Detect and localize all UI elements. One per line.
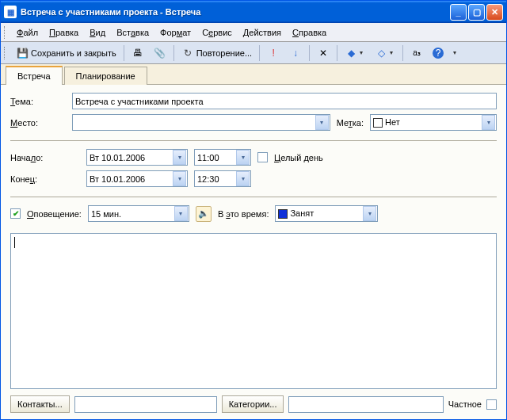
location-label: Место:: [10, 118, 66, 128]
ab-icon: a₃: [410, 47, 423, 59]
private-checkbox[interactable]: [486, 399, 497, 410]
end-time-value: 12:30: [195, 174, 236, 184]
chevron-down-icon[interactable]: ▾: [174, 206, 188, 221]
menu-actions[interactable]: Действия: [238, 25, 286, 40]
chevron-down-nav-icon: ◇: [375, 47, 387, 59]
meeting-window: ▦ Встреча с участниками проекта - Встреч…: [0, 0, 507, 420]
menu-handle[interactable]: [4, 26, 7, 39]
prev-item-button[interactable]: ◆▾: [341, 44, 369, 62]
busy-label: В это время:: [218, 209, 269, 219]
busy-combo[interactable]: Занят ▾: [275, 205, 378, 222]
private-label: Частное: [448, 399, 482, 409]
chevron-down-icon[interactable]: ▾: [482, 115, 495, 130]
marker-value: Нет: [371, 117, 482, 128]
marker-label: Метка:: [337, 118, 364, 128]
chevron-down-icon[interactable]: ▾: [173, 150, 186, 165]
reminder-value: 15 мин.: [89, 209, 174, 219]
subject-label: Тема:: [10, 97, 66, 106]
end-date-value: Вт 10.01.2006: [87, 174, 173, 184]
menubar: Файл Правка Вид Вставка Формат Сервис Де…: [1, 23, 506, 42]
chevron-up-icon: ◆: [345, 47, 357, 59]
end-date-combo[interactable]: Вт 10.01.2006 ▾: [86, 170, 188, 187]
save-close-label: Сохранить и закрыть: [31, 48, 116, 58]
attach-button[interactable]: 📎: [150, 44, 170, 62]
tab-meeting[interactable]: Встреча: [6, 66, 63, 85]
next-item-button[interactable]: ◇▾: [371, 44, 399, 62]
menu-file[interactable]: Файл: [12, 25, 43, 40]
tabstrip: Встреча Планирование: [1, 64, 506, 85]
busy-value: Занят: [276, 208, 363, 219]
chevron-down-icon[interactable]: ▾: [236, 171, 250, 186]
importance-high-button[interactable]: !: [263, 44, 284, 62]
end-time-combo[interactable]: 12:30 ▾: [194, 170, 251, 187]
end-label: Конец:: [10, 174, 80, 184]
contacts-input[interactable]: [74, 396, 217, 413]
exclaim-icon: !: [267, 47, 280, 59]
marker-combo[interactable]: Нет ▾: [370, 114, 497, 131]
allday-label: Целый день: [274, 153, 323, 162]
menu-service[interactable]: Сервис: [197, 25, 237, 40]
menu-view[interactable]: Вид: [85, 25, 110, 40]
recurrence-button[interactable]: ↻ Повторение...: [177, 44, 256, 62]
window-title: Встреча с участниками проекта - Встреча: [21, 7, 450, 17]
tab-planning[interactable]: Планирование: [64, 67, 147, 85]
speaker-icon: 🔈: [198, 208, 209, 219]
recurrence-icon: ↻: [181, 47, 194, 59]
start-time-value: 11:00: [195, 153, 236, 162]
recurrence-label: Повторение...: [196, 48, 252, 58]
print-icon: 🖶: [132, 47, 144, 59]
delete-icon: ✕: [317, 47, 330, 59]
save-close-button[interactable]: 💾 Сохранить и закрыть: [12, 44, 120, 62]
app-icon: ▦: [4, 6, 17, 18]
reminder-combo[interactable]: 15 мин. ▾: [88, 205, 189, 222]
arrow-down-icon: ↓: [289, 47, 302, 59]
menu-format[interactable]: Формат: [155, 25, 196, 40]
categories-button[interactable]: Категории...: [222, 395, 284, 413]
toolbar: 💾 Сохранить и закрыть 🖶 📎 ↻ Повторение..…: [1, 42, 506, 64]
save-icon: 💾: [16, 47, 29, 59]
reminder-label: Оповещение:: [27, 209, 82, 219]
titlebar: ▦ Встреча с участниками проекта - Встреч…: [1, 1, 506, 23]
chevron-down-icon[interactable]: ▾: [363, 206, 376, 221]
menu-help[interactable]: Справка: [288, 25, 331, 40]
chevron-down-icon: ▾: [360, 49, 365, 56]
allday-checkbox[interactable]: [257, 152, 268, 162]
sound-button[interactable]: 🔈: [196, 206, 212, 222]
reminder-checkbox[interactable]: ✔: [10, 208, 21, 219]
delete-button[interactable]: ✕: [313, 44, 334, 62]
paperclip-icon: 📎: [154, 47, 166, 59]
menu-edit[interactable]: Правка: [44, 25, 83, 40]
body-textarea[interactable]: [10, 233, 497, 389]
form-panel: Тема: Место: ▾ Метка: Нет ▾ Начало: Вт 1…: [1, 85, 506, 419]
chevron-down-icon[interactable]: ▾: [315, 115, 329, 130]
start-time-combo[interactable]: 11:00 ▾: [194, 149, 251, 166]
menu-insert[interactable]: Вставка: [112, 25, 154, 40]
busy-swatch: [278, 209, 288, 219]
toolbar-overflow[interactable]: ▾: [449, 44, 463, 62]
help-button[interactable]: ?: [429, 44, 448, 62]
help-icon: ?: [433, 48, 444, 59]
importance-low-button[interactable]: ↓: [285, 44, 306, 62]
toolbar-handle[interactable]: [4, 47, 7, 59]
maximize-button[interactable]: ▢: [468, 4, 485, 21]
contacts-button[interactable]: Контакты...: [10, 395, 70, 413]
categories-input[interactable]: [288, 396, 443, 413]
chevron-down-icon: ▾: [453, 49, 459, 56]
start-date-value: Вт 10.01.2006: [87, 153, 173, 162]
start-date-combo[interactable]: Вт 10.01.2006 ▾: [86, 149, 188, 166]
marker-swatch: [373, 118, 383, 128]
close-button[interactable]: ✕: [486, 4, 503, 21]
print-button[interactable]: 🖶: [128, 44, 148, 62]
chevron-down-icon: ▾: [390, 49, 395, 56]
location-combo[interactable]: ▾: [72, 114, 330, 131]
start-label: Начало:: [10, 153, 80, 162]
ab-button[interactable]: a₃: [406, 44, 427, 62]
chevron-down-icon[interactable]: ▾: [173, 171, 186, 186]
subject-input[interactable]: [72, 93, 497, 109]
minimize-button[interactable]: _: [450, 4, 467, 21]
chevron-down-icon[interactable]: ▾: [236, 150, 250, 165]
